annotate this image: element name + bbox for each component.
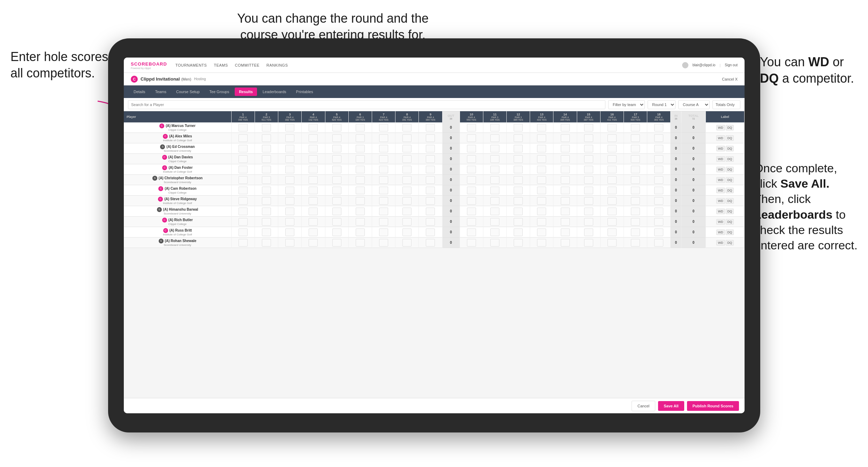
hole-11-score-input[interactable] <box>490 166 499 173</box>
hole-17-input-cell[interactable] <box>624 164 647 175</box>
hole-10-input-cell[interactable] <box>460 217 483 227</box>
hole-6-score-input[interactable] <box>356 145 365 152</box>
hole-18-score-input[interactable] <box>654 218 663 226</box>
hole-15-input-cell[interactable] <box>577 122 600 133</box>
hole-14-input-cell[interactable] <box>553 217 577 227</box>
hole-17-score-input[interactable] <box>631 218 640 226</box>
hole-4-score-input[interactable] <box>309 187 318 194</box>
hole-2-input-cell[interactable] <box>255 185 278 196</box>
hole-6-score-input[interactable] <box>356 228 365 236</box>
hole-1-score-input[interactable] <box>239 228 248 236</box>
hole-3-score-input[interactable] <box>285 145 294 152</box>
dq-button[interactable]: DQ <box>726 209 734 214</box>
hole-3-input-cell[interactable] <box>278 185 302 196</box>
hole-12-input-cell[interactable] <box>507 175 530 185</box>
nav-tournaments[interactable]: TOURNAMENTS <box>175 63 207 67</box>
hole-12-input-cell[interactable] <box>507 238 530 248</box>
hole-1-input-cell[interactable] <box>231 206 255 217</box>
hole-18-score-input[interactable] <box>654 208 663 215</box>
hole-9-score-input[interactable] <box>426 197 435 205</box>
hole-9-score-input[interactable] <box>426 124 435 131</box>
hole-17-input-cell[interactable] <box>624 175 647 185</box>
hole-18-input-cell[interactable] <box>647 122 671 133</box>
hole-10-input-cell[interactable] <box>460 122 483 133</box>
hole-5-score-input[interactable] <box>332 176 341 184</box>
hole-5-input-cell[interactable] <box>325 217 348 227</box>
hole-15-score-input[interactable] <box>584 228 593 236</box>
hole-14-score-input[interactable] <box>561 187 570 194</box>
hole-4-score-input[interactable] <box>309 239 318 247</box>
hole-11-input-cell[interactable] <box>483 238 506 248</box>
hole-10-score-input[interactable] <box>467 228 476 236</box>
hole-8-input-cell[interactable] <box>395 164 419 175</box>
hole-1-score-input[interactable] <box>239 124 248 131</box>
hole-1-input-cell[interactable] <box>231 164 255 175</box>
hole-3-score-input[interactable] <box>285 176 294 184</box>
hole-13-score-input[interactable] <box>537 197 546 205</box>
hole-6-score-input[interactable] <box>356 197 365 205</box>
hole-2-score-input[interactable] <box>262 145 271 152</box>
hole-5-input-cell[interactable] <box>325 185 348 196</box>
hole-11-input-cell[interactable] <box>483 206 506 217</box>
hole-1-input-cell[interactable] <box>231 143 255 154</box>
hole-15-score-input[interactable] <box>584 145 593 152</box>
tab-details[interactable]: Details <box>129 88 150 96</box>
hole-9-score-input[interactable] <box>426 145 435 152</box>
search-input[interactable] <box>128 100 605 109</box>
hole-9-input-cell[interactable] <box>419 175 442 185</box>
hole-3-score-input[interactable] <box>285 124 294 131</box>
hole-10-score-input[interactable] <box>467 145 476 152</box>
wd-button[interactable]: WD <box>716 125 725 130</box>
hole-15-input-cell[interactable] <box>577 164 600 175</box>
hole-7-score-input[interactable] <box>379 134 388 142</box>
hole-11-score-input[interactable] <box>490 187 499 194</box>
hole-13-score-input[interactable] <box>537 155 546 163</box>
hole-16-input-cell[interactable] <box>600 164 624 175</box>
hole-12-score-input[interactable] <box>514 166 523 173</box>
hole-8-score-input[interactable] <box>402 155 412 163</box>
filter-by-team-select[interactable]: Filter by team <box>608 100 645 109</box>
hole-10-score-input[interactable] <box>467 166 476 173</box>
hole-9-input-cell[interactable] <box>419 206 442 217</box>
hole-13-input-cell[interactable] <box>530 238 553 248</box>
hole-14-score-input[interactable] <box>561 166 570 173</box>
hole-1-score-input[interactable] <box>239 155 248 163</box>
hole-6-input-cell[interactable] <box>348 143 372 154</box>
hole-4-input-cell[interactable] <box>302 206 325 217</box>
hole-3-input-cell[interactable] <box>278 154 302 164</box>
hole-15-input-cell[interactable] <box>577 175 600 185</box>
hole-12-score-input[interactable] <box>514 155 523 163</box>
hole-16-score-input[interactable] <box>607 155 617 163</box>
hole-15-input-cell[interactable] <box>577 133 600 143</box>
hole-18-score-input[interactable] <box>654 134 663 142</box>
hole-14-input-cell[interactable] <box>553 196 577 206</box>
hole-18-score-input[interactable] <box>654 187 663 194</box>
hole-8-input-cell[interactable] <box>395 196 419 206</box>
hole-7-input-cell[interactable] <box>372 154 395 164</box>
hole-16-score-input[interactable] <box>607 166 617 173</box>
hole-14-input-cell[interactable] <box>553 122 577 133</box>
hole-5-score-input[interactable] <box>332 197 341 205</box>
hole-5-input-cell[interactable] <box>325 122 348 133</box>
hole-8-score-input[interactable] <box>402 228 412 236</box>
course-select[interactable]: Course A <box>678 100 710 109</box>
hole-2-score-input[interactable] <box>262 124 271 131</box>
hole-2-score-input[interactable] <box>262 134 271 142</box>
hole-1-score-input[interactable] <box>239 187 248 194</box>
hole-18-input-cell[interactable] <box>647 164 671 175</box>
hole-11-score-input[interactable] <box>490 239 499 247</box>
hole-1-score-input[interactable] <box>239 239 248 247</box>
hole-12-input-cell[interactable] <box>507 133 530 143</box>
tab-course-setup[interactable]: Course Setup <box>172 88 204 96</box>
hole-14-input-cell[interactable] <box>553 185 577 196</box>
hole-12-score-input[interactable] <box>514 134 523 142</box>
hole-4-score-input[interactable] <box>309 218 318 226</box>
hole-1-input-cell[interactable] <box>231 196 255 206</box>
hole-17-score-input[interactable] <box>631 134 640 142</box>
hole-11-input-cell[interactable] <box>483 154 506 164</box>
hole-10-input-cell[interactable] <box>460 238 483 248</box>
hole-3-input-cell[interactable] <box>278 122 302 133</box>
hole-8-input-cell[interactable] <box>395 143 419 154</box>
hole-1-score-input[interactable] <box>239 145 248 152</box>
hole-9-input-cell[interactable] <box>419 196 442 206</box>
